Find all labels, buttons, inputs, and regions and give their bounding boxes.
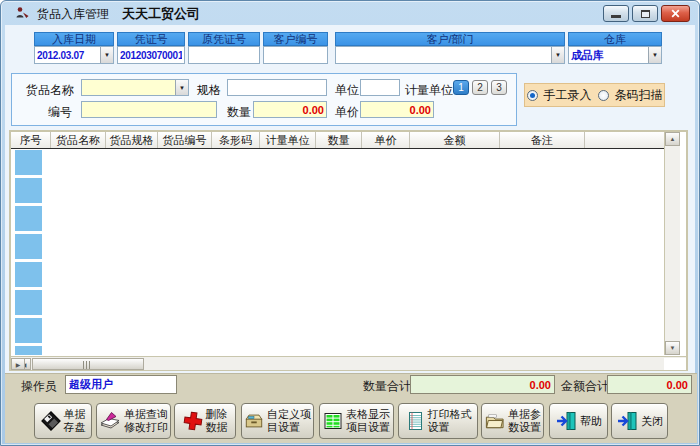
customer-no-box: [263, 46, 328, 64]
code-label: 编号: [48, 104, 72, 121]
measure-unit-1-button[interactable]: 1: [453, 80, 469, 95]
horizontal-scrollbar[interactable]: ◀ ▶: [11, 356, 686, 370]
warehouse-input[interactable]: [569, 49, 648, 61]
button-label: 数设置: [508, 421, 541, 434]
book-print-icon: [99, 411, 121, 431]
button-label: 单据查询: [124, 408, 168, 421]
table-row[interactable]: [15, 290, 42, 315]
company-name: 天天工贸公司: [122, 5, 200, 23]
scrollbar-thumb[interactable]: [32, 358, 144, 370]
close-button[interactable]: [661, 5, 690, 22]
red-cross-icon: [183, 411, 203, 431]
qty-total-value: [411, 376, 554, 393]
voucher-no-label: 凭证号: [117, 32, 185, 46]
manual-entry-radio[interactable]: [527, 90, 538, 101]
entry-date-label: 入库日期: [34, 32, 114, 46]
save-document-button[interactable]: 单据存盘: [34, 403, 92, 439]
table-row[interactable]: [15, 234, 42, 259]
amount-total-box: [607, 375, 692, 394]
column-header[interactable]: 计量单位: [260, 132, 316, 148]
table-row[interactable]: [15, 206, 42, 231]
print-format-settings-button[interactable]: 打印格式设置: [398, 403, 478, 439]
customer-no-input[interactable]: [264, 50, 327, 61]
title-bar: 货品入库管理 天天工贸公司: [1, 1, 699, 25]
chevron-down-icon[interactable]: ▼: [175, 80, 188, 95]
original-voucher-no-input[interactable]: [189, 50, 259, 61]
spec-box: [227, 79, 327, 96]
help-button[interactable]: 帮助: [549, 403, 608, 439]
exit-door-icon: [616, 411, 638, 431]
chevron-down-icon[interactable]: ▼: [551, 47, 564, 63]
column-header[interactable]: 数量: [316, 132, 362, 148]
button-label: 帮助: [580, 415, 602, 428]
custom-items-settings-button[interactable]: 自定义项目设置: [241, 403, 314, 439]
table-display-settings-button[interactable]: 表格显示项目设置: [319, 403, 394, 439]
goods-name-input[interactable]: [82, 82, 175, 94]
button-label: 删除: [206, 408, 228, 421]
maximize-button[interactable]: [632, 5, 658, 22]
price-box: [360, 101, 434, 118]
window-title: 货品入库管理: [37, 6, 109, 23]
voucher-no-box: [117, 46, 185, 64]
code-input[interactable]: [82, 104, 216, 116]
warehouse-label: 仓库: [568, 32, 662, 46]
warehouse-combo: ▼: [568, 46, 662, 64]
amount-total-label: 金额合计: [561, 378, 609, 395]
entry-date-combo: ▼: [34, 46, 114, 64]
close-form-button[interactable]: 关闭: [611, 403, 668, 439]
table-row[interactable]: [15, 318, 42, 343]
operator-box: [65, 375, 177, 394]
field-voucher-no: 凭证号: [117, 32, 185, 46]
scrollbar-corner: [664, 358, 686, 370]
chevron-down-icon[interactable]: ▼: [648, 47, 661, 63]
table-row[interactable]: [15, 262, 42, 287]
column-header[interactable]: 备注: [500, 132, 585, 148]
button-label: 目设置: [267, 421, 300, 434]
barcode-scan-radio[interactable]: [598, 90, 609, 101]
vertical-scrollbar[interactable]: ▲ ▼: [664, 132, 680, 355]
voucher-no-input[interactable]: [118, 50, 184, 61]
spec-label: 规格: [197, 82, 221, 99]
customer-no-label: 客户编号: [263, 32, 328, 46]
table-row[interactable]: [15, 150, 42, 175]
column-header[interactable]: 货品规格: [106, 132, 158, 148]
entry-date-input[interactable]: [35, 50, 100, 61]
button-label: 设置: [428, 421, 450, 434]
button-label: 关闭: [641, 415, 663, 428]
customer-dept-input[interactable]: [336, 50, 551, 61]
column-header[interactable]: 序号: [11, 132, 51, 148]
qty-input[interactable]: [254, 104, 326, 116]
window-controls: [603, 5, 690, 22]
delete-data-button[interactable]: 删除数据: [174, 403, 236, 439]
spec-input[interactable]: [228, 82, 326, 94]
column-header[interactable]: 单价: [362, 132, 410, 148]
folder-icon: [484, 411, 505, 431]
measure-unit-3-button[interactable]: 3: [491, 80, 507, 95]
maximize-icon: [641, 10, 650, 18]
qty-total-box: [410, 375, 555, 394]
column-header[interactable]: 金额: [410, 132, 500, 148]
unit-box: [360, 79, 400, 96]
column-header[interactable]: 条形码: [212, 132, 260, 148]
operator-input[interactable]: [66, 376, 176, 393]
minimize-button[interactable]: [603, 5, 629, 22]
field-customer-dept: 客户/部门 ▼: [335, 32, 565, 46]
price-input[interactable]: [361, 104, 433, 116]
column-header[interactable]: 货品名称: [51, 132, 106, 148]
barcode-scan-label: 条码扫描: [615, 87, 663, 104]
chevron-down-icon[interactable]: ▼: [100, 47, 113, 63]
scroll-up-icon[interactable]: ▲: [665, 132, 680, 146]
code-box: [81, 101, 217, 118]
scroll-right-icon[interactable]: ▶: [11, 358, 25, 370]
column-header[interactable]: 货品编号: [158, 132, 212, 148]
button-label: 修改打印: [124, 421, 168, 434]
table-row[interactable]: [15, 346, 42, 355]
grid-body[interactable]: [11, 150, 664, 355]
measure-unit-2-button[interactable]: 2: [472, 80, 488, 95]
table-row[interactable]: [15, 178, 42, 203]
scroll-down-icon[interactable]: ▼: [665, 341, 680, 355]
query-modify-print-button[interactable]: 单据查询修改打印: [96, 403, 171, 439]
unit-input[interactable]: [361, 82, 399, 94]
field-original-voucher-no: 原凭证号: [188, 32, 260, 46]
document-params-settings-button[interactable]: 单据参数设置: [481, 403, 544, 439]
